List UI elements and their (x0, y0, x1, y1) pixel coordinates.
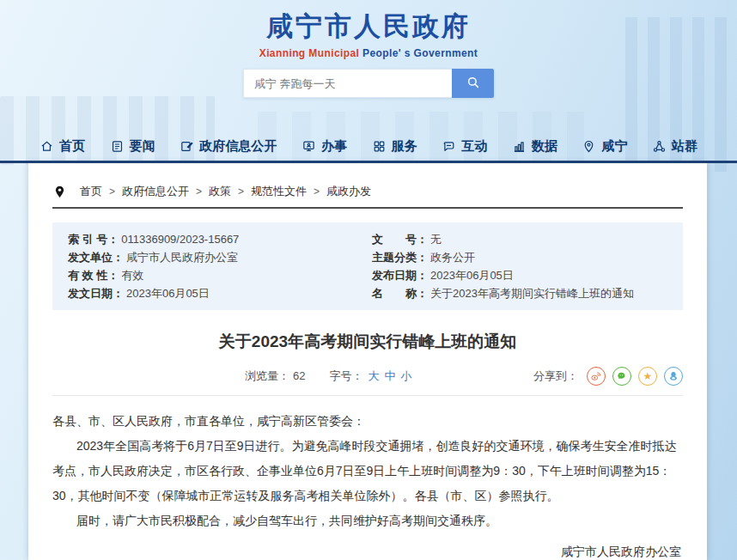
disclosure-icon (180, 139, 194, 154)
meta-label: 索 引 号： (68, 230, 119, 248)
meta-label: 文 号： (372, 230, 428, 248)
search-bar (243, 69, 494, 98)
meta-row-publish-date: 发布日期：2023年06月05日 (372, 266, 667, 284)
font-size-small[interactable]: 小 (400, 369, 411, 382)
location-icon (582, 139, 596, 154)
service-desk-icon (302, 139, 316, 154)
main-nav: 首页 要闻 政府信息公开 办事 服务 互动 数据 咸宁 (0, 131, 737, 161)
breadcrumb-item-gov-info[interactable]: 政府信息公开 (122, 184, 189, 199)
meta-row-index-number: 索 引 号：011336909/2023-15667 (68, 230, 363, 248)
view-count-value: 62 (293, 369, 305, 382)
breadcrumb-item-normative-docs[interactable]: 规范性文件 (251, 184, 307, 199)
document-toolbar: 浏览量：62 字号：大中小 分享到： ★ (52, 367, 683, 396)
qq-icon[interactable] (664, 367, 683, 386)
meta-row-issuing-unit: 发文单位：咸宁市人民政府办公室 (68, 248, 363, 266)
nav-label: 互动 (461, 138, 487, 155)
qzone-icon[interactable]: ★ (638, 367, 657, 386)
document-meta-table: 索 引 号：011336909/2023-15667 发文单位：咸宁市人民政府办… (52, 222, 683, 310)
meta-label: 名 称： (372, 284, 428, 302)
meta-row-doc-name: 名 称：关于2023年高考期间实行错峰上班的通知 (372, 284, 667, 302)
document-body: 各县、市、区人民政府，市直各单位，咸宁高新区管委会： 2023年全国高考将于6月… (52, 409, 683, 560)
meta-value: 关于2023年高考期间实行错峰上班的通知 (430, 284, 634, 302)
meta-label: 主题分类： (372, 248, 428, 266)
weibo-icon[interactable] (587, 367, 606, 386)
font-size-label: 字号： (329, 369, 362, 382)
grid-icon (372, 139, 387, 154)
paragraph-salutation: 各县、市、区人民政府，市直各单位，咸宁高新区管委会： (52, 409, 683, 434)
breadcrumb: 首页 > 政府信息公开 > 政策 > 规范性文件 > 咸政办发 (52, 180, 683, 203)
meta-label: 有 效 性： (68, 266, 119, 284)
nav-item-gov-info[interactable]: 政府信息公开 (180, 138, 277, 155)
paragraph-closing: 届时，请广大市民积极配合，减少自驾车出行，共同维护好高考期间交通秩序。 (52, 508, 683, 533)
font-size-large[interactable]: 大 (368, 369, 379, 382)
meta-row-doc-number: 文 号：无 (372, 230, 667, 248)
view-count-label: 浏览量： (245, 369, 289, 382)
search-button[interactable] (452, 69, 494, 98)
nav-item-interaction[interactable]: 互动 (442, 138, 487, 155)
bar-chart-icon (512, 139, 527, 154)
meta-row-topic-category: 主题分类：政务公开 (372, 248, 667, 266)
font-size-control: 字号：大中小 (329, 368, 411, 384)
nav-label: 数据 (532, 138, 557, 155)
chat-icon (442, 139, 456, 154)
meta-value: 无 (430, 230, 442, 248)
nav-item-news[interactable]: 要闻 (110, 138, 155, 155)
document-title: 关于2023年高考期间实行错峰上班的通知 (52, 331, 683, 353)
site-subtitle-red: Xianning Municipal (259, 47, 360, 59)
meta-right-column: 文 号：无 主题分类：政务公开 发布日期：2023年06月05日 名 称：关于2… (372, 230, 667, 302)
nav-label: 首页 (59, 138, 85, 155)
nav-label: 站群 (672, 138, 697, 155)
meta-value: 2023年06月05日 (430, 266, 514, 284)
share-label: 分享到： (533, 368, 578, 384)
breadcrumb-divider (52, 207, 683, 209)
nav-item-data[interactable]: 数据 (512, 138, 557, 155)
nav-item-xianning[interactable]: 咸宁 (582, 138, 627, 155)
site-title: 咸宁市人民政府 (0, 9, 737, 45)
nav-label: 政府信息公开 (199, 138, 277, 155)
wechat-icon[interactable] (612, 367, 631, 386)
meta-left-column: 索 引 号：011336909/2023-15667 发文单位：咸宁市人民政府办… (68, 230, 363, 302)
share-bar: 分享到： ★ (533, 367, 683, 386)
star-glyph: ★ (643, 370, 653, 382)
page: 咸宁市人民政府 Xianning Municipal People' s Gov… (0, 0, 737, 560)
site-header: 咸宁市人民政府 Xianning Municipal People' s Gov… (0, 9, 737, 59)
view-count: 浏览量：62 (245, 368, 305, 384)
nav-label: 办事 (321, 138, 347, 155)
search-input[interactable] (243, 69, 452, 98)
meta-row-issue-date: 发文日期：2023年06月05日 (68, 284, 363, 302)
location-pin-icon (52, 185, 67, 199)
font-size-medium[interactable]: 中 (384, 369, 395, 382)
breadcrumb-separator: > (196, 186, 202, 198)
home-icon (40, 139, 54, 154)
nav-label: 服务 (392, 138, 417, 155)
meta-value: 有效 (121, 266, 143, 284)
breadcrumb-separator: > (238, 186, 244, 198)
meta-row-validity: 有 效 性：有效 (68, 266, 363, 284)
meta-value: 011336909/2023-15667 (121, 230, 239, 248)
network-icon (652, 139, 667, 154)
nav-item-services[interactable]: 服务 (372, 138, 417, 155)
nav-item-affairs[interactable]: 办事 (302, 138, 347, 155)
content-card: 首页 > 政府信息公开 > 政策 > 规范性文件 > 咸政办发 索 引 号：01… (28, 163, 707, 560)
breadcrumb-item-policy[interactable]: 政策 (209, 184, 231, 199)
meta-label: 发文日期： (68, 284, 124, 302)
signature: 咸宁市人民政府办公室 (52, 539, 683, 560)
paragraph-main: 2023年全国高考将于6月7日至9日进行。为避免高峰时段交通拥堵，创造良好的交通… (52, 434, 683, 508)
nav-label: 咸宁 (601, 138, 627, 155)
breadcrumb-item-xzbf[interactable]: 咸政办发 (326, 184, 371, 199)
search-icon (466, 75, 481, 93)
meta-value: 2023年06月05日 (126, 284, 210, 302)
meta-value: 政务公开 (430, 248, 475, 266)
news-icon (110, 139, 125, 154)
nav-item-site-group[interactable]: 站群 (652, 138, 697, 155)
meta-label: 发布日期： (372, 266, 428, 284)
site-subtitle: Xianning Municipal People' s Government (0, 47, 737, 59)
nav-item-home[interactable]: 首页 (40, 138, 85, 155)
breadcrumb-separator: > (314, 186, 320, 198)
nav-label: 要闻 (130, 138, 155, 155)
meta-label: 发文单位： (68, 248, 124, 266)
breadcrumb-separator: > (109, 186, 115, 198)
site-subtitle-blue: People' s Government (359, 47, 478, 59)
breadcrumb-item-home[interactable]: 首页 (80, 184, 102, 199)
meta-value: 咸宁市人民政府办公室 (126, 248, 238, 266)
